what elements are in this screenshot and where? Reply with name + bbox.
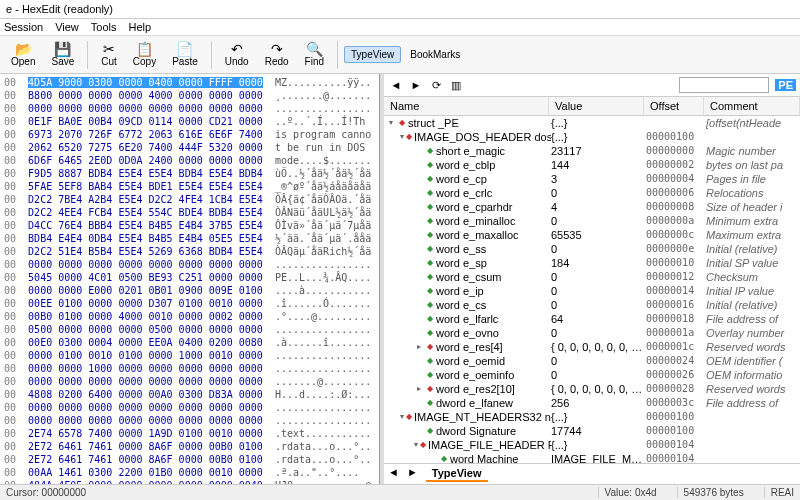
bullet-icon: ◆ — [406, 130, 412, 144]
tree-row[interactable]: ◆word e_oeminfo000000026OEM informatio — [384, 368, 800, 382]
hex-row[interactable]: 00 4808 0200 6400 0000 00A0 0300 D83A 00… — [4, 388, 375, 401]
tab-prev-icon[interactable]: ◄ — [388, 466, 399, 482]
status-value: 0x4d — [635, 487, 657, 498]
tree-row[interactable]: ◆word MachineIMAGE_FILE_MACHINE_I3000001… — [384, 452, 800, 463]
hex-row[interactable]: 00 0000 0000 0000 0000 0000 0000 0000 00… — [4, 401, 375, 414]
hex-row[interactable]: 00 BDB4 E4E4 0DB4 E5E4 B4B5 E4B4 05E5 E5… — [4, 232, 375, 245]
hex-row[interactable]: 00 2E72 6461 7461 0000 8A6F 0000 00B0 01… — [4, 453, 375, 466]
hex-row[interactable]: 00 00E0 0300 0004 0000 EE0A 0400 0200 00… — [4, 336, 375, 349]
nav-fwd-icon[interactable]: ► — [408, 77, 424, 93]
filter-tag[interactable]: PE — [775, 79, 796, 91]
hex-row[interactable]: 00 4D5A 9000 0300 0000 0400 0000 FFFF 00… — [4, 76, 375, 89]
hex-row[interactable]: 00 0E1F BA0E 00B4 09CD 0114 0000 CD21 00… — [4, 115, 375, 128]
cut-button[interactable]: ✂Cut — [94, 39, 124, 70]
hex-row[interactable]: 00 0500 0000 0000 0000 0500 0000 0000 00… — [4, 323, 375, 336]
tree-row[interactable]: ◆word e_sp18400000010Initial SP value — [384, 256, 800, 270]
hex-row[interactable]: 00 2062 6520 7275 6E20 7400 444F 5320 00… — [4, 141, 375, 154]
tree-row[interactable]: ◆word e_ip000000014Initial IP value — [384, 284, 800, 298]
tree-row[interactable]: ▾◆struct _PE{...}[offset(ntHeade — [384, 116, 800, 130]
col-name[interactable]: Name — [384, 97, 549, 115]
bullet-icon: ◆ — [426, 424, 434, 438]
hex-row[interactable]: 00 0000 0000 1000 0000 0000 0000 0000 00… — [4, 362, 375, 375]
menu-session[interactable]: Session — [4, 21, 43, 33]
tree-row[interactable]: ◆word e_ovno00000001aOverlay number — [384, 326, 800, 340]
typeview-button[interactable]: TypeView — [344, 46, 401, 63]
hex-pane[interactable]: 00 4D5A 9000 0300 0000 0400 0000 FFFF 00… — [0, 74, 380, 484]
tree-body[interactable]: ▾◆struct _PE{...}[offset(ntHeade▾◆IMAGE_… — [384, 116, 800, 463]
tree-row[interactable]: ▾◆IMAGE_FILE_HEADER FileHead{...}0000010… — [384, 438, 800, 452]
hex-row[interactable]: 00 5045 0000 4C01 0500 BE93 C251 0000 00… — [4, 271, 375, 284]
nav-back-icon[interactable]: ◄ — [388, 77, 404, 93]
hex-row[interactable]: 00 484A 4F05 0000 0000 0000 0000 0000 00… — [4, 479, 375, 484]
tree-row[interactable]: ◆word e_cblp14400000002bytes on last pa — [384, 158, 800, 172]
tab-typeview[interactable]: TypeView — [426, 466, 488, 482]
expand-toggle-icon[interactable]: ▸ — [414, 384, 424, 394]
tree-row[interactable]: ▾◆IMAGE_NT_HEADERS32 ntHeade{...}0000010… — [384, 410, 800, 424]
hex-row[interactable]: 00 00AA 1461 0300 2200 01B0 0000 0010 00… — [4, 466, 375, 479]
col-comment[interactable]: Comment — [704, 97, 800, 115]
menu-tools[interactable]: Tools — [91, 21, 117, 33]
hex-row[interactable]: 00 6973 2070 726F 6772 2063 616E 6E6F 74… — [4, 128, 375, 141]
hex-row[interactable]: 00 2E72 6461 7461 0000 8A6F 0000 00B0 01… — [4, 440, 375, 453]
hex-row[interactable]: 00 0000 0000 0000 0000 0000 0000 0000 00… — [4, 258, 375, 271]
hex-row[interactable]: 00 5FAE 5EF8 BAB4 E5E4 BDE1 E5E4 E5E4 E5… — [4, 180, 375, 193]
tree-row[interactable]: ◆word e_cparhdr400000008Size of header i — [384, 200, 800, 214]
tree-row[interactable]: ◆word e_minalloc00000000aMinimum extra — [384, 214, 800, 228]
tree-row[interactable]: ◆dword e_lfanew2560000003cFile address o… — [384, 396, 800, 410]
expand-toggle-icon[interactable]: ▾ — [400, 412, 404, 422]
status-size: 549376 bytes — [684, 487, 744, 498]
tree-toolbar: ◄ ► ⟳ ▥ PE — [384, 74, 800, 97]
save-button[interactable]: 💾Save — [44, 39, 81, 70]
hex-row[interactable]: 00 0000 0000 E000 0201 0B01 0900 009E 01… — [4, 284, 375, 297]
tree-row[interactable]: ▸◆word e_res[4]{ 0, 0, 0, 0, 0, 0, 62900… — [384, 340, 800, 354]
hex-row[interactable]: 00 D2C2 7BE4 A2B4 E5E4 D2C2 4FE4 1CB4 E5… — [4, 193, 375, 206]
hex-row[interactable]: 00 6D6F 6465 2E0D 0D0A 2400 0000 0000 00… — [4, 154, 375, 167]
tree-row[interactable]: ◆word e_maxalloc655350000000cMaximum ext… — [384, 228, 800, 242]
expand-toggle-icon[interactable]: ▾ — [414, 440, 418, 450]
undo-button[interactable]: ↶Undo — [218, 39, 256, 70]
tree-row[interactable]: ◆dword Signature1774400000100 — [384, 424, 800, 438]
bullet-icon: ◆ — [426, 200, 434, 214]
hex-row[interactable]: 00 00EE 0100 0000 0000 D307 0100 0010 00… — [4, 297, 375, 310]
tree-row[interactable]: ▾◆IMAGE_DOS_HEADER dosHeade{...}00000100 — [384, 130, 800, 144]
bullet-icon: ◆ — [398, 116, 406, 130]
find-button[interactable]: 🔍Find — [298, 39, 331, 70]
redo-button[interactable]: ↷Redo — [258, 39, 296, 70]
tree-row[interactable]: ◆word e_lfarlc6400000018File address of — [384, 312, 800, 326]
menu-help[interactable]: Help — [128, 21, 151, 33]
hex-row[interactable]: 00 0000 0000 0000 0000 0000 0000 0000 00… — [4, 375, 375, 388]
tree-row[interactable]: ◆word e_cp300000004Pages in file — [384, 172, 800, 186]
tree-row[interactable]: ◆short e_magic2311700000000Magic number — [384, 144, 800, 158]
menu-view[interactable]: View — [55, 21, 79, 33]
hex-row[interactable]: 00 D2C2 51E4 B5B4 E5E4 5269 6368 BDB4 E5… — [4, 245, 375, 258]
tree-row[interactable]: ◆word e_oemid000000024OEM identifier ( — [384, 354, 800, 368]
bookmarks-button[interactable]: BookMarks — [403, 46, 467, 63]
open-button[interactable]: 📂Open — [4, 39, 42, 70]
col-value[interactable]: Value — [549, 97, 644, 115]
expand-icon[interactable]: ▥ — [448, 77, 464, 93]
hex-row[interactable]: 00 0000 0000 0000 0000 0000 0000 0000 00… — [4, 414, 375, 427]
expand-toggle-icon[interactable]: ▾ — [386, 118, 396, 128]
tree-row[interactable]: ◆word e_csum000000012Checksum — [384, 270, 800, 284]
hex-row[interactable]: 00 2E74 6578 7400 0000 1A9D 0100 0010 00… — [4, 427, 375, 440]
hex-row[interactable]: 00 D4CC 76E4 BBB4 E5E4 B4B5 E4B4 37B5 E5… — [4, 219, 375, 232]
expand-toggle-icon[interactable]: ▸ — [414, 342, 424, 352]
tree-row[interactable]: ◆word e_crlc000000006Relocations — [384, 186, 800, 200]
expand-toggle-icon[interactable]: ▾ — [400, 132, 404, 142]
hex-row[interactable]: 00 B800 0000 0000 0000 4000 0000 0000 00… — [4, 89, 375, 102]
refresh-icon[interactable]: ⟳ — [428, 77, 444, 93]
tree-row[interactable]: ◆word e_ss00000000eInitial (relative) — [384, 242, 800, 256]
tree-row[interactable]: ◆word e_cs000000016Initial (relative) — [384, 298, 800, 312]
hex-row[interactable]: 00 D2C2 4EE4 FCB4 E5E4 554C BDE4 BDB4 E5… — [4, 206, 375, 219]
filter-input[interactable] — [679, 77, 769, 93]
tab-next-icon[interactable]: ► — [407, 466, 418, 482]
hex-row[interactable]: 00 00B0 0100 0000 4000 0010 0000 0002 00… — [4, 310, 375, 323]
paste-button[interactable]: 📄Paste — [165, 39, 205, 70]
tree-row[interactable]: ▸◆word e_res2[10]{ 0, 0, 0, 0, 0, 0, 629… — [384, 382, 800, 396]
copy-button[interactable]: 📋Copy — [126, 39, 163, 70]
hex-row[interactable]: 00 F9D5 8887 BDB4 E5E4 E5E4 BDB4 E5E4 BD… — [4, 167, 375, 180]
hex-row[interactable]: 00 0000 0100 0010 0100 0000 1000 0010 00… — [4, 349, 375, 362]
col-offset[interactable]: Offset — [644, 97, 704, 115]
open-icon: 📂 — [15, 42, 32, 56]
hex-row[interactable]: 00 0000 0000 0000 0000 0000 0000 0000 00… — [4, 102, 375, 115]
